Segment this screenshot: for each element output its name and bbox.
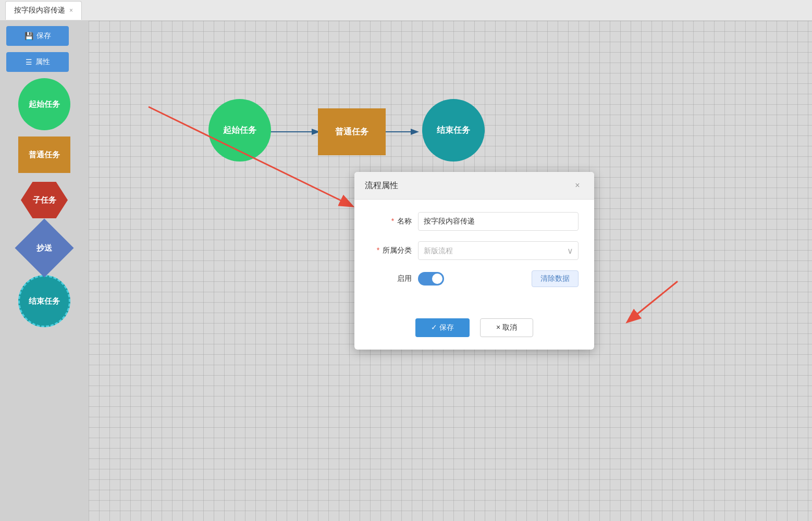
flow-end-label: 结束任务 bbox=[437, 125, 470, 136]
canvas-area[interactable]: 起始任务 普通任务 结束任务 流程属 bbox=[89, 21, 812, 521]
tab-close-icon[interactable]: × bbox=[69, 7, 73, 14]
modal-body: * 名称 * 所属分类 新版流程 ∨ bbox=[354, 200, 594, 310]
save-button[interactable]: 💾 保存 bbox=[6, 26, 69, 46]
sidebar-node-start[interactable]: 起始任务 bbox=[6, 78, 82, 130]
clear-data-button[interactable]: 清除数据 bbox=[532, 270, 579, 287]
category-select[interactable]: 新版流程 bbox=[418, 241, 579, 260]
flow-start-label: 起始任务 bbox=[223, 125, 256, 136]
name-input[interactable] bbox=[418, 212, 579, 231]
copy-node-label: 抄送 bbox=[36, 243, 52, 253]
modal-header: 流程属性 × bbox=[354, 172, 594, 200]
normal-node-label: 普通任务 bbox=[29, 150, 60, 160]
category-label: * 所属分类 bbox=[370, 246, 412, 255]
sidebar-node-sub[interactable]: 子任务 bbox=[6, 179, 82, 221]
props-icon: ☰ bbox=[26, 58, 32, 66]
save-icon: 💾 bbox=[24, 32, 33, 40]
category-required-mark: * bbox=[377, 246, 379, 254]
tab-label: 按字段内容传递 bbox=[14, 6, 65, 15]
sidebar-node-normal[interactable]: 普通任务 bbox=[6, 137, 82, 173]
copy-node-shape: 抄送 bbox=[15, 218, 73, 277]
sidebar: 💾 保存 ☰ 属性 起始任务 普通任务 子任务 bbox=[0, 21, 89, 521]
end-node-label: 结束任务 bbox=[29, 296, 60, 306]
flow-normal-label: 普通任务 bbox=[335, 127, 368, 138]
form-row-category: * 所属分类 新版流程 ∨ bbox=[370, 241, 579, 260]
sidebar-node-end[interactable]: 结束任务 bbox=[6, 275, 82, 327]
normal-node-shape: 普通任务 bbox=[18, 137, 70, 173]
form-row-name: * 名称 bbox=[370, 212, 579, 231]
sidebar-node-copy[interactable]: 抄送 bbox=[6, 227, 82, 269]
form-row-enable: 启用 清除数据 bbox=[370, 270, 579, 287]
start-node-label: 起始任务 bbox=[29, 100, 60, 109]
flow-start-node[interactable]: 起始任务 bbox=[208, 99, 271, 162]
modal-cancel-button[interactable]: × 取消 bbox=[480, 318, 533, 337]
name-label: * 名称 bbox=[370, 217, 412, 226]
modal-dialog: 流程属性 × * 名称 * 所属分类 bbox=[354, 172, 594, 350]
sub-node-label: 子任务 bbox=[33, 195, 56, 205]
toggle-knob bbox=[432, 274, 442, 284]
modal-footer: ✓ 保存 × 取消 bbox=[354, 310, 594, 350]
enable-toggle[interactable] bbox=[418, 272, 444, 286]
modal-title: 流程属性 bbox=[365, 180, 398, 191]
flow-end-node[interactable]: 结束任务 bbox=[422, 99, 485, 162]
modal-close-button[interactable]: × bbox=[571, 179, 584, 192]
end-node-shape: 结束任务 bbox=[18, 275, 70, 327]
flow-normal-node[interactable]: 普通任务 bbox=[318, 108, 386, 155]
sub-node-shape: 子任务 bbox=[21, 182, 68, 218]
modal-save-button[interactable]: ✓ 保存 bbox=[415, 318, 470, 337]
name-required-mark: * bbox=[391, 217, 394, 225]
category-select-wrapper: 新版流程 ∨ bbox=[418, 241, 579, 260]
svg-line-2 bbox=[628, 281, 678, 321]
props-button[interactable]: ☰ 属性 bbox=[6, 52, 69, 72]
enable-label: 启用 bbox=[370, 274, 412, 283]
tab-item[interactable]: 按字段内容传递 × bbox=[5, 1, 82, 20]
start-node-shape: 起始任务 bbox=[18, 78, 70, 130]
